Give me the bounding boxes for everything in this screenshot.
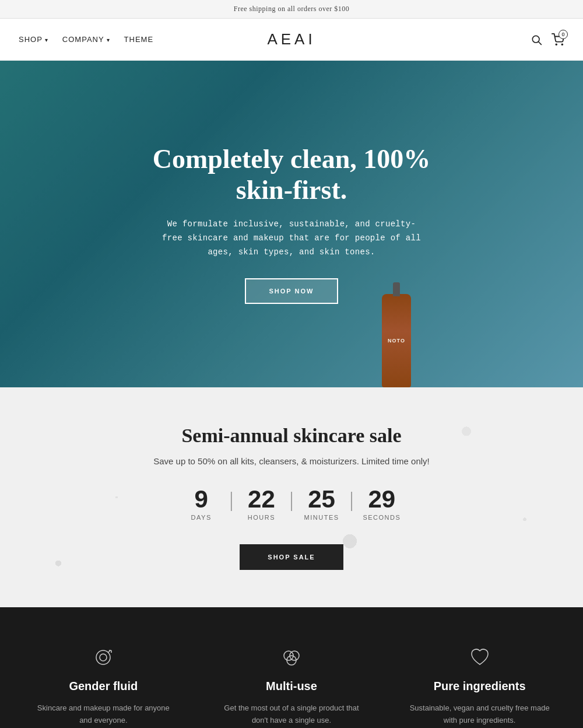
hero-title: Completely clean, 100% skin-first. bbox=[131, 144, 452, 206]
hero-subtitle: We formulate inclusive, sustainable, and… bbox=[157, 218, 426, 259]
feature-desc-multi-use: Get the most out of a single product tha… bbox=[222, 702, 361, 727]
nav-label-company: COMPANY bbox=[62, 35, 104, 44]
countdown-separator-2: | bbox=[289, 487, 293, 512]
feature-gender-fluid: Gender fluid Skincare and makeup made fo… bbox=[19, 645, 188, 727]
countdown-seconds: 29 SECONDS bbox=[359, 487, 405, 521]
countdown-minutes: 25 MINUTES bbox=[298, 487, 345, 521]
nav-item-company[interactable]: COMPANY ▾ bbox=[62, 35, 110, 44]
feature-title-pure-ingredients: Pure ingredients bbox=[434, 680, 526, 693]
sale-section: Semi-annual skincare sale Save up to 50%… bbox=[0, 387, 583, 607]
countdown-hours: 22 HOURS bbox=[238, 487, 285, 521]
hours-label: HOURS bbox=[248, 514, 275, 521]
nav-label-shop: SHOP bbox=[19, 35, 43, 44]
nav-item-shop[interactable]: SHOP ▾ bbox=[19, 35, 48, 44]
countdown-separator-3: | bbox=[350, 487, 354, 512]
nav-item-theme[interactable]: THEME bbox=[124, 35, 154, 44]
svg-point-2 bbox=[556, 44, 557, 45]
feature-pure-ingredients: Pure ingredients Sustainable, vegan and … bbox=[395, 645, 564, 727]
circles-icon bbox=[279, 645, 304, 670]
seconds-value: 29 bbox=[368, 487, 395, 512]
chevron-down-icon: ▾ bbox=[107, 37, 110, 43]
search-button[interactable] bbox=[531, 34, 542, 46]
hours-value: 22 bbox=[248, 487, 275, 512]
days-label: DAYS bbox=[191, 514, 212, 521]
minutes-value: 25 bbox=[308, 487, 335, 512]
countdown-days: 9 DAYS bbox=[178, 487, 224, 521]
feature-multi-use: Multi-use Get the most out of a single p… bbox=[207, 645, 377, 727]
features-section: Gender fluid Skincare and makeup made fo… bbox=[0, 607, 583, 728]
bottle-label: NOTO bbox=[388, 338, 405, 344]
main-nav: SHOP ▾ COMPANY ▾ THEME bbox=[19, 35, 153, 44]
search-icon bbox=[531, 34, 542, 46]
feature-desc-pure-ingredients: Sustainable, vegan and cruelty free made… bbox=[410, 702, 550, 727]
announcement-text: Free shipping on all orders over $100 bbox=[234, 5, 349, 13]
feature-title-gender-fluid: Gender fluid bbox=[69, 680, 138, 693]
ring-icon bbox=[90, 645, 116, 670]
hero-section: Completely clean, 100% skin-first. We fo… bbox=[0, 61, 583, 387]
heart-icon bbox=[467, 645, 493, 670]
seconds-label: SECONDS bbox=[363, 514, 401, 521]
sale-title: Semi-annual skincare sale bbox=[19, 425, 564, 447]
sale-cta-button[interactable]: SHOP SALE bbox=[240, 544, 343, 570]
cart-count: 0 bbox=[559, 30, 568, 39]
hero-cta-button[interactable]: SHOP NOW bbox=[245, 278, 339, 304]
svg-line-1 bbox=[539, 41, 542, 44]
minutes-label: MINUTES bbox=[304, 514, 339, 521]
feature-title-multi-use: Multi-use bbox=[266, 680, 317, 693]
announcement-bar: Free shipping on all orders over $100 bbox=[0, 0, 583, 19]
svg-point-3 bbox=[561, 44, 563, 45]
countdown-timer: 9 DAYS | 22 HOURS | 25 MINUTES | 29 SECO… bbox=[19, 487, 564, 521]
product-bottle: NOTO bbox=[382, 294, 411, 387]
cart-button[interactable]: 0 bbox=[552, 33, 564, 46]
nav-label-theme: THEME bbox=[124, 35, 154, 44]
svg-point-5 bbox=[100, 654, 107, 661]
chevron-down-icon: ▾ bbox=[45, 37, 48, 43]
hero-product: NOTO bbox=[373, 271, 420, 387]
sale-subtitle: Save up to 50% on all kits, cleansers, &… bbox=[19, 456, 564, 466]
feature-desc-gender-fluid: Skincare and makeup made for anyone and … bbox=[33, 702, 173, 727]
days-value: 9 bbox=[194, 487, 208, 512]
site-logo[interactable]: AEAI bbox=[267, 30, 315, 48]
header-actions: 0 bbox=[531, 33, 564, 46]
header: SHOP ▾ COMPANY ▾ THEME AEAI 0 bbox=[0, 19, 583, 61]
countdown-separator-1: | bbox=[229, 487, 233, 512]
